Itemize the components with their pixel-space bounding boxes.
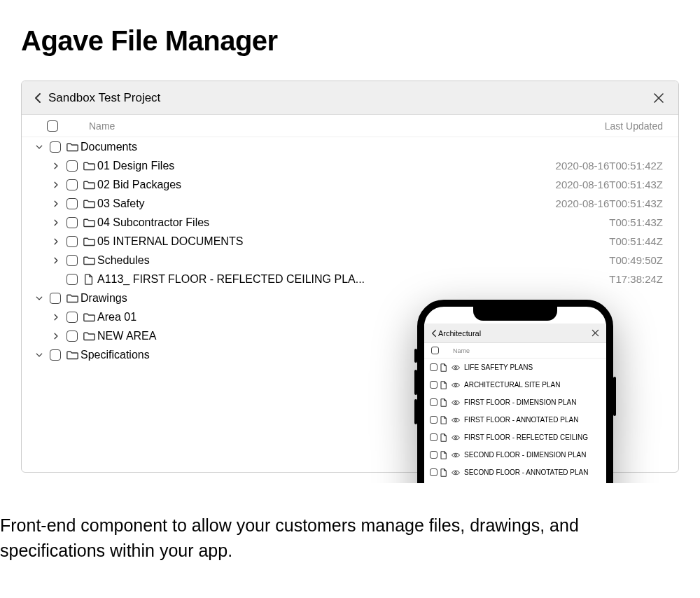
row-checkbox[interactable] [66, 160, 78, 172]
expand-toggle[interactable] [48, 238, 64, 245]
eye-icon [450, 382, 461, 389]
eye-icon [450, 417, 461, 424]
phone-file-row[interactable]: SECOND FLOOR - ANNOTATED PLAN [424, 464, 606, 481]
expand-toggle[interactable] [48, 314, 64, 321]
folder-icon [80, 312, 97, 322]
phone-file-row[interactable]: SECOND FLOOR - DIMENSION PLAN [424, 446, 606, 464]
folder-row[interactable]: Documents [22, 137, 671, 156]
expand-toggle[interactable] [48, 333, 64, 340]
svg-point-8 [455, 436, 457, 438]
folder-row[interactable]: SchedulesT00:49:50Z [22, 251, 671, 270]
phone-breadcrumb-title: Architectural [438, 329, 481, 338]
folder-icon [64, 349, 80, 360]
expand-toggle[interactable] [48, 200, 64, 207]
row-updated: T00:49:50Z [523, 251, 663, 270]
back-button[interactable] [31, 92, 44, 104]
phone-row-checkbox[interactable] [430, 363, 438, 371]
row-checkbox[interactable] [66, 274, 78, 285]
svg-point-5 [455, 384, 457, 386]
window-header: Sandbox Test Project [22, 81, 678, 115]
crop-mask: Front-end component to allow your custom… [0, 483, 700, 598]
row-checkbox[interactable] [66, 312, 78, 323]
expand-toggle[interactable] [31, 144, 47, 151]
phone-row-checkbox[interactable] [430, 398, 438, 406]
phone-column-name: Name [453, 347, 470, 354]
row-checkbox[interactable] [66, 179, 78, 190]
eye-icon [450, 434, 461, 441]
row-name: 05 INTERNAL DOCUMENTS [97, 232, 523, 251]
eye-icon [450, 469, 461, 476]
row-checkbox[interactable] [66, 331, 78, 342]
svg-point-9 [455, 454, 457, 456]
list-header: Name Last Updated [22, 115, 678, 137]
phone-file-row[interactable]: ARCHITECTURAL SITE PLAN [424, 376, 606, 394]
folder-icon [80, 179, 97, 190]
page-title: Agave File Manager [21, 25, 679, 57]
phone-back-button[interactable] [431, 329, 437, 338]
row-name: Schedules [97, 251, 523, 270]
eye-icon [450, 364, 461, 371]
phone-row-checkbox[interactable] [430, 451, 438, 459]
row-updated: 2020-08-16T00:51:42Z [523, 156, 663, 175]
file-icon [438, 433, 450, 442]
row-checkbox[interactable] [50, 141, 61, 153]
row-updated: 2020-08-16T00:51:43Z [523, 175, 663, 194]
phone-select-all-checkbox[interactable] [431, 347, 439, 354]
phone-file-row[interactable]: FIRST FLOOR - ANNOTATED PLAN [424, 411, 606, 429]
phone-row-name: FIRST FLOOR - ANNOTATED PLAN [464, 416, 601, 424]
folder-row[interactable]: 04 Subcontractor FilesT00:51:43Z [22, 213, 671, 232]
folder-icon [64, 293, 80, 303]
phone-list-header: Name [424, 343, 606, 359]
row-name: A113_ FIRST FLOOR - REFLECTED CEILING PL… [97, 270, 523, 288]
expand-toggle[interactable] [31, 295, 47, 302]
phone-notch [473, 307, 557, 321]
close-button[interactable] [652, 91, 666, 105]
phone-row-checkbox[interactable] [430, 381, 438, 389]
file-icon [80, 274, 97, 285]
row-name: 01 Design Files [97, 156, 523, 175]
row-updated: T17:38:24Z [523, 270, 663, 288]
folder-icon [80, 236, 97, 246]
phone-row-name: SECOND FLOOR - DIMENSION PLAN [464, 451, 601, 459]
phone-close-button[interactable] [592, 329, 599, 337]
select-all-checkbox[interactable] [47, 120, 58, 132]
file-icon [438, 468, 450, 477]
folder-icon [80, 331, 97, 341]
expand-toggle[interactable] [48, 181, 64, 188]
row-name: 03 Safety [97, 194, 523, 213]
phone-row-checkbox[interactable] [430, 433, 438, 441]
svg-point-7 [455, 419, 457, 421]
phone-file-row[interactable]: FIRST FLOOR - REFLECTED CEILING [424, 429, 606, 446]
phone-row-checkbox[interactable] [430, 416, 438, 424]
phone-file-row[interactable]: LIFE SAFETY PLANS [424, 359, 606, 376]
row-checkbox[interactable] [66, 236, 78, 247]
file-icon [438, 451, 450, 459]
svg-point-6 [455, 401, 457, 403]
row-updated: T00:51:44Z [523, 232, 663, 251]
column-updated: Last Updated [523, 120, 663, 132]
folder-row[interactable]: 05 INTERNAL DOCUMENTST00:51:44Z [22, 232, 671, 251]
expand-toggle[interactable] [48, 219, 64, 226]
row-checkbox[interactable] [50, 349, 61, 361]
phone-header: Architectural [424, 324, 606, 343]
phone-row-name: FIRST FLOOR - REFLECTED CEILING [464, 433, 601, 441]
folder-row[interactable]: 02 Bid Packages2020-08-16T00:51:43Z [22, 175, 671, 194]
phone-row-name: ARCHITECTURAL SITE PLAN [464, 381, 601, 389]
file-icon [438, 416, 450, 424]
expand-toggle[interactable] [48, 162, 64, 169]
row-checkbox[interactable] [66, 198, 78, 209]
phone-row-name: FIRST FLOOR - DIMENSION PLAN [464, 398, 601, 406]
expand-toggle[interactable] [48, 257, 64, 264]
file-icon [438, 381, 450, 389]
phone-row-checkbox[interactable] [430, 468, 438, 476]
folder-row[interactable]: 01 Design Files2020-08-16T00:51:42Z [22, 156, 671, 175]
row-checkbox[interactable] [66, 255, 78, 266]
file-icon [438, 398, 450, 407]
row-checkbox[interactable] [50, 293, 61, 304]
phone-file-row[interactable]: FIRST FLOOR - DIMENSION PLAN [424, 394, 606, 411]
row-checkbox[interactable] [66, 217, 78, 228]
file-row[interactable]: A113_ FIRST FLOOR - REFLECTED CEILING PL… [22, 270, 671, 288]
expand-toggle[interactable] [31, 352, 47, 359]
folder-icon [80, 198, 97, 209]
folder-row[interactable]: 03 Safety2020-08-16T00:51:43Z [22, 194, 671, 213]
